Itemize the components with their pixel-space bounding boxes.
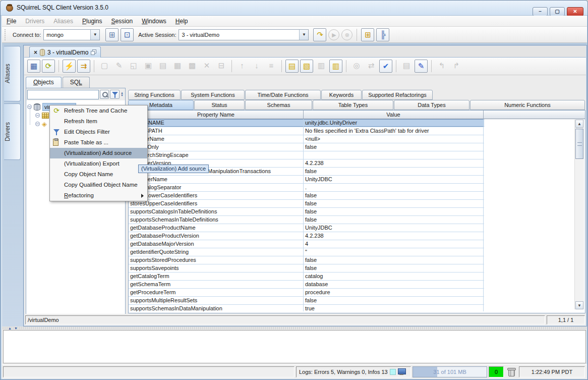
close-button[interactable]: ✕ [567,7,583,16]
commit-button[interactable]: ⇉ [77,60,90,73]
menu-item--virtualization-add-source[interactable]: (Virtualization) Add source [50,148,147,158]
property-name-cell[interactable]: getCatalogSeparator [129,184,304,191]
property-name-cell[interactable]: getUserName [129,135,304,143]
menu-session[interactable]: Session [106,16,137,26]
edit-file-button[interactable]: ✎ [112,60,126,73]
property-name-cell[interactable]: getSearchStringEscape [129,151,304,159]
menu-item-refresh-item[interactable]: Refresh Item [50,116,147,127]
scroll-down-button[interactable]: ▼ [575,301,583,309]
value-cell[interactable]: false [304,200,484,207]
value-cell[interactable]: false [304,143,484,151]
run-sql-button[interactable]: ▶ [328,29,339,40]
value-cell[interactable]: false [304,297,484,304]
property-name-cell[interactable]: isReadOnly [129,143,304,151]
value-cell[interactable]: false [304,256,484,264]
copy-file-button[interactable]: ▤ [156,60,169,73]
property-name-cell[interactable]: storesUpperCaseIdentifiers [129,200,304,207]
scroll-up-button[interactable]: ▲ [575,120,583,128]
table-row[interactable]: CLASSNAMEunity.jdbc.UnityDriver [129,119,484,127]
run-script-button[interactable]: ⚡ [63,60,76,73]
splitter-collapse-up-icon[interactable]: ▲ [8,327,12,330]
value-cell[interactable]: unity.jdbc.UnityDriver [304,119,484,127]
table-row[interactable]: getUserName<null> [129,135,484,143]
value-cell[interactable]: UnityJDBC [304,224,484,232]
tree-panel-splitter-arrows[interactable]: ▲▼ [121,92,124,97]
value-cell[interactable] [304,151,484,159]
tab-objects[interactable]: Objects [26,77,62,88]
melt-left-button[interactable]: ↰ [435,60,448,73]
alias-properties-button[interactable]: ⊡ [121,28,134,41]
object-tree-button[interactable]: ╠ [376,28,389,41]
table-row[interactable]: storesUpperCaseIdentifiersfalse [129,200,484,208]
save-all-button[interactable]: ▩ [186,60,199,73]
property-name-cell[interactable]: getIdentifierQuoteString [129,248,304,256]
property-name-cell[interactable]: getDatabaseProductName [129,224,304,232]
garbage-collect-icon[interactable] [507,367,515,376]
table-row[interactable]: supportsSchemasInTableDefinitionsfalse [129,216,484,224]
sql-worksheet-button[interactable]: ▦ [27,60,40,73]
tab-keywords[interactable]: Keywords [321,90,362,100]
table-row[interactable]: getCatalogSeparator. [129,184,484,192]
menu-file[interactable]: File [2,16,21,26]
format-sql-button[interactable]: ≡ [265,60,278,73]
splitter-collapse-down-icon[interactable]: ▼ [14,327,18,330]
table-row[interactable]: CLASSPATHNo files specified in 'Extra Cl… [129,127,484,135]
tab-table-types[interactable]: Table Types [313,100,393,110]
tab-data-types[interactable]: Data Types [394,100,469,110]
tab-string-functions[interactable]: String Functions [128,90,181,100]
property-name-cell[interactable]: getProcedureTerm [129,289,304,296]
sidebar-tab-aliases[interactable]: Aliases [4,46,21,101]
menu-item-paste-table-as-[interactable]: Paste Table as ... [50,137,147,148]
table-row[interactable]: getSearchStringEscape [129,151,484,159]
table-row[interactable]: supportsStoredProceduresfalse [129,256,484,264]
property-name-cell[interactable]: supportsCatalogsInTableDefinitions [129,208,304,215]
value-cell[interactable]: catalog [304,273,484,280]
table-row[interactable]: getProcedureTermprocedure [129,289,484,297]
table-row[interactable]: getDriverNameUnityJDBC [129,176,484,184]
close-icon[interactable]: × [34,50,37,55]
new-sql-worksheet-button[interactable]: ⊞ [361,28,374,41]
logs-status-cell[interactable]: Logs: Errors 5, Warnings 0, Infos 13 [296,366,411,377]
property-name-cell[interactable]: supportsStoredProcedures [129,256,304,264]
value-cell[interactable]: <null> [304,135,484,143]
table-editor-button[interactable]: ▧ [300,60,313,73]
bookmarks-button[interactable]: ✎ [415,60,428,73]
menu-item-refactoring[interactable]: Refactoring [50,190,147,201]
value-cell[interactable]: 4.2.238 [304,159,484,167]
menu-item-refresh-tree-and-cache[interactable]: Refresh Tree and Cache⟳ [50,105,147,116]
save-file-button[interactable]: ▣ [142,60,155,73]
tab-time-date-functions[interactable]: Time/Date Functions [245,90,321,100]
column-header-property-name[interactable]: Property Name [129,111,304,119]
value-cell[interactable]: false [304,216,484,224]
tab-system-functions[interactable]: System Functions [181,90,245,100]
tab-status[interactable]: Status [194,100,245,110]
paste-table-button[interactable]: ▥ [329,60,342,73]
scrollbar-thumb[interactable] [575,129,583,159]
value-cell[interactable]: database [304,281,484,288]
property-name-cell[interactable]: supportsMultipleResultSets [129,297,304,304]
property-name-cell[interactable]: getDatabaseProductVersion [129,232,304,240]
table-row[interactable]: isReadOnlyfalse [129,143,484,151]
table-row[interactable]: supportsMultipleResultSetsfalse [129,297,484,305]
table-row[interactable]: getSchemaTermdatabase [129,281,484,289]
value-cell[interactable]: UnityJDBC [304,176,484,183]
menu-drivers[interactable]: Drivers [21,16,49,26]
property-name-cell[interactable]: supportsSchemasInDataManipulation [129,305,304,311]
property-name-cell[interactable]: getDriverName [129,176,304,183]
table-row[interactable]: getDatabaseProductVersion4.2.238 [129,232,484,240]
value-cell[interactable]: false [304,168,484,175]
books-button[interactable]: ▤ [400,60,413,73]
value-cell[interactable]: false [304,192,484,199]
table-row[interactable]: getCatalogTermcatalog [129,273,484,281]
horizontal-splitter[interactable]: ▲ ▼ [2,327,587,330]
refresh-tree-button[interactable]: ⟳ [42,60,55,73]
property-name-cell[interactable]: storesLowerCaseIdentifiers [129,192,304,199]
open-file-button[interactable]: ◱ [127,60,140,73]
table-row[interactable]: getDatabaseMajorVersion4 [129,240,484,248]
tree-expand-handle[interactable] [35,122,40,126]
detach-window-icon[interactable] [91,49,96,55]
melt-right-button[interactable]: ↱ [450,60,463,73]
menu-help[interactable]: Help [171,16,193,26]
restore-button[interactable]: ▢ [550,7,565,16]
session-combobox[interactable]: 3 - virtualDemo ▼ [179,29,309,40]
